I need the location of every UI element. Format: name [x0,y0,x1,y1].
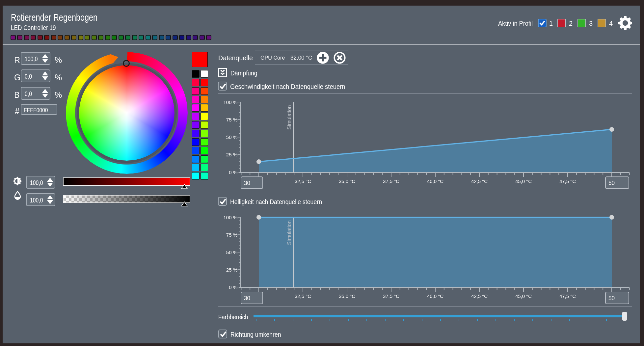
svg-text:32,5 °C: 32,5 °C [295,293,311,299]
svg-text:75 %: 75 % [226,117,237,122]
svg-text:50 %: 50 % [226,250,237,255]
svg-text:45,0 °C: 45,0 °C [515,293,532,299]
svg-text:50 %: 50 % [226,134,237,140]
svg-text:100 %: 100 % [223,215,237,220]
svg-text:35,0 °C: 35,0 °C [339,293,355,299]
svg-text:75 %: 75 % [226,232,237,238]
svg-text:Simulation: Simulation [286,105,292,130]
svg-text:100 %: 100 % [223,99,237,105]
svg-text:45,0 °C: 45,0 °C [515,178,532,184]
svg-text:25 %: 25 % [226,267,237,273]
svg-text:0 %: 0 % [229,170,237,175]
svg-text:42,5 °C: 42,5 °C [471,178,488,184]
svg-text:40,0 °C: 40,0 °C [427,178,443,184]
svg-text:47,5 °C: 47,5 °C [559,293,576,299]
svg-text:Simulation: Simulation [286,220,292,245]
svg-text:25 %: 25 % [226,152,237,157]
svg-text:37,5 °C: 37,5 °C [383,293,399,299]
svg-text:42,5 °C: 42,5 °C [471,293,488,299]
svg-text:37,5 °C: 37,5 °C [383,178,399,184]
svg-text:32,5 °C: 32,5 °C [295,178,311,184]
svg-text:35,0 °C: 35,0 °C [339,178,355,184]
svg-text:0 %: 0 % [229,284,237,290]
svg-text:40,0 °C: 40,0 °C [427,293,443,299]
svg-text:47,5 °C: 47,5 °C [559,178,576,184]
